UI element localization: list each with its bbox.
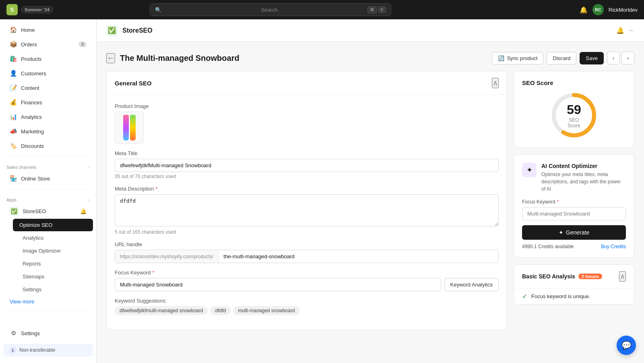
meta-desc-label: Meta Description * — [115, 186, 499, 192]
score-circle: 59 SEO Score — [550, 91, 598, 139]
header-icons: 🔔 ··· — [616, 27, 634, 34]
generate-button[interactable]: ✦ Generate — [522, 225, 626, 240]
sidebar-item-optimize-seo[interactable]: Optimize SEO — [13, 219, 93, 231]
issues-badge: 2 Issues — [578, 274, 602, 279]
user-avatar[interactable]: RC — [592, 4, 604, 15]
kw-chip-1[interactable]: dfdfd — [210, 306, 231, 315]
shortcut-key: K — [378, 6, 386, 13]
meta-desc-textarea[interactable]: dfdfd — [115, 194, 499, 226]
sidebar-item-discounts[interactable]: 🏷️ Discounts — [3, 139, 93, 153]
analytics-icon: 📊 — [10, 113, 17, 120]
sidebar-item-settings[interactable]: ⚙ Settings — [3, 326, 93, 340]
app-header: ✅ StoreSEO 🔔 ··· — [97, 19, 644, 42]
focus-keyword-group: Focus Keyword * Keyword Analytics — [115, 270, 499, 291]
customers-icon: 👤 — [10, 70, 17, 77]
sidebar-item-content[interactable]: 📝 Content — [3, 81, 93, 95]
focus-keyword-label: Focus Keyword * — [115, 270, 499, 276]
chat-bubble-button[interactable]: 💬 — [617, 336, 636, 355]
store-seo-bell-icon[interactable]: 🔔 — [80, 208, 87, 214]
store-seo-icon: ✅ — [10, 207, 19, 216]
sidebar-item-marketing[interactable]: 📣 Marketing — [3, 124, 93, 138]
sidebar-item-customers[interactable]: 👤 Customers — [3, 66, 93, 80]
search-bar[interactable]: 🔍 Search ⌘ K — [150, 3, 391, 16]
notification-bell-icon[interactable]: 🔔 — [580, 6, 588, 14]
seo-score-card: SEO Score 59 SEO Score — [514, 71, 634, 148]
apps-arrow: › — [89, 198, 90, 202]
sidebar-label-products: Products — [21, 56, 41, 62]
sync-product-button[interactable]: 🔄 Sync product — [492, 52, 543, 64]
collapse-button[interactable]: ∧ — [492, 78, 499, 88]
seo-score-title: SEO Score — [522, 79, 553, 86]
kw-chip-0[interactable]: dfwefewfjdkfmulti-managed snowboard — [115, 306, 208, 315]
products-icon: 🛍️ — [10, 55, 17, 62]
store-seo-label: StoreSEO — [23, 208, 76, 214]
search-placeholder: Search — [261, 7, 364, 13]
page-content: ← The Multi-managed Snowboard 🔄 Sync pro… — [97, 42, 644, 363]
sidebar-item-image-optimizer[interactable]: Image Optimizer — [16, 245, 93, 257]
check-ok-icon: ✓ — [522, 292, 527, 300]
sidebar-item-settings-sub[interactable]: Settings — [16, 283, 93, 296]
meta-desc-group: Meta Description * dfdfd 5 out of 165 ch… — [115, 186, 499, 235]
url-suffix-input[interactable] — [219, 250, 498, 263]
sidebar-item-online-store[interactable]: 🏪 Online Store — [3, 172, 93, 185]
ai-optimizer-desc: Optimize your meta titles, meta descript… — [541, 171, 626, 193]
content-icon: 📝 — [10, 84, 17, 91]
ai-optimizer-card: ✦ AI Content Optimizer Optimize your met… — [514, 154, 634, 258]
sidebar-item-products[interactable]: 🛍️ Products — [3, 52, 93, 66]
sidebar-item-home[interactable]: 🏠 Home — [3, 23, 93, 37]
header-bell-icon[interactable]: 🔔 — [616, 27, 624, 34]
sidebar-item-analytics-sub[interactable]: Analytics — [16, 232, 93, 244]
sidebar-label-home: Home — [21, 27, 35, 33]
snowboard-image — [123, 115, 136, 141]
discard-button[interactable]: Discard — [547, 52, 576, 64]
store-seo-sub-nav: Optimize SEO Analytics Image Optimizer R… — [0, 218, 96, 296]
topbar-right: 🔔 RC RickMortdev — [580, 4, 638, 15]
save-button[interactable]: Save — [580, 52, 604, 64]
header-more-icon[interactable]: ··· — [629, 27, 634, 34]
page-header: ← The Multi-managed Snowboard 🔄 Sync pro… — [106, 52, 634, 64]
seo-analysis-header: Basic SEO Analysis 2 Issues ∧ — [514, 265, 634, 288]
back-button[interactable]: ← — [106, 53, 115, 63]
keyword-analytics-button[interactable]: Keyword Analytics — [444, 278, 499, 291]
sidebar: 🏠 Home 📦 Orders 9 🛍️ Products 👤 Customer… — [0, 19, 97, 363]
ai-focus-keyword-input[interactable] — [522, 207, 626, 220]
seo-check-text-0: Focus keyword is unique. — [531, 293, 590, 299]
kw-chip-2[interactable]: multi-managed snowboard — [233, 306, 299, 315]
url-handle-group: URL handle https://rickmortdev.myshopify… — [115, 241, 499, 263]
sidebar-item-finances[interactable]: 💰 Finances — [3, 95, 93, 109]
meta-desc-char-count: 5 out of 165 characters used — [115, 229, 499, 235]
image-optimizer-label: Image Optimizer — [23, 248, 61, 254]
divider-1 — [6, 156, 90, 157]
sync-icon: 🔄 — [498, 55, 504, 61]
main-layout: 🏠 Home 📦 Orders 9 🛍️ Products 👤 Customer… — [0, 19, 644, 363]
meta-title-input[interactable] — [115, 159, 499, 172]
sidebar-item-analytics[interactable]: 📊 Analytics — [3, 110, 93, 124]
product-image-label: Product Image — [115, 103, 499, 109]
non-transferable-notice: ℹ Non-transferable — [3, 344, 93, 357]
seo-check-item-0: ✓ Focus keyword is unique. — [514, 288, 634, 304]
buy-credits-link[interactable]: Buy Credits — [601, 244, 626, 249]
store-seo-app-item[interactable]: ✅ StoreSEO 🔔 — [3, 204, 93, 218]
sitemaps-label: Sitemaps — [23, 274, 44, 280]
header-actions: 🔄 Sync product Discard Save ‹ › — [492, 52, 634, 64]
focus-keyword-input[interactable] — [115, 278, 441, 291]
main-column: General SEO ∧ Product Image — [106, 71, 507, 330]
shortcut-meta: ⌘ — [367, 6, 377, 13]
url-input-row: https://rickmortdev.myshopify.com/produc… — [115, 250, 499, 263]
divider-2 — [6, 189, 90, 189]
keyword-suggestions-group: Keyword Suggestions: dfwefewfjdkfmulti-m… — [115, 298, 499, 315]
prev-arrow-button[interactable]: ‹ — [607, 52, 620, 64]
sidebar-item-sitemaps[interactable]: Sitemaps — [16, 270, 93, 283]
sidebar-label-customers: Customers — [21, 71, 46, 77]
next-arrow-button[interactable]: › — [621, 52, 634, 64]
optimize-seo-label: Optimize SEO — [19, 222, 52, 228]
seo-analysis-collapse-button[interactable]: ∧ — [619, 271, 626, 282]
general-seo-card-header: General SEO ∧ — [107, 71, 507, 95]
sidebar-item-reports[interactable]: Reports — [16, 257, 93, 270]
view-more-link[interactable]: View more — [0, 296, 96, 307]
username: RickMortdev — [609, 7, 638, 13]
generate-sparkle-icon: ✦ — [559, 229, 564, 236]
sidebar-label-finances: Finances — [21, 100, 42, 106]
sidebar-item-orders[interactable]: 📦 Orders 9 — [3, 37, 93, 51]
page-title: The Multi-managed Snowboard — [120, 54, 239, 63]
